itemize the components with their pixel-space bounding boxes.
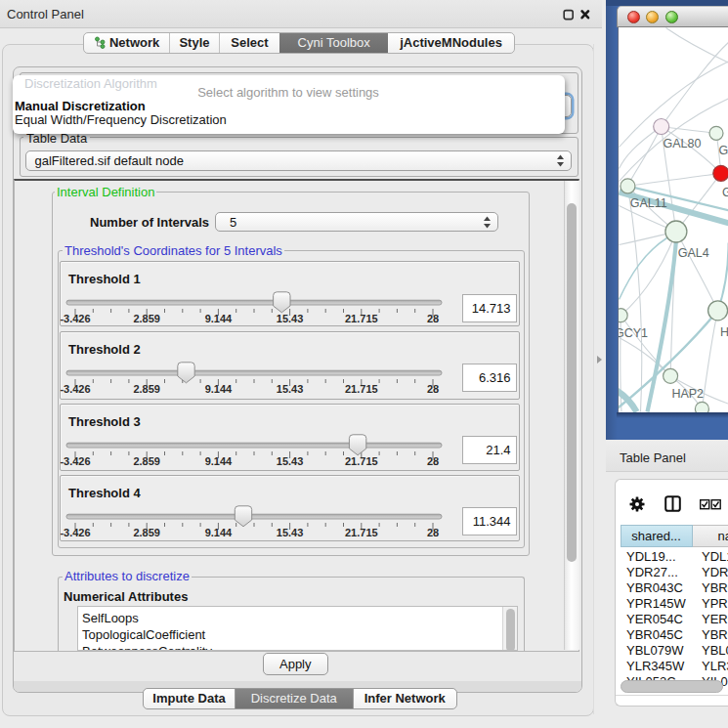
svg-text:2.859: 2.859: [133, 454, 160, 466]
svg-text:GA: GA: [722, 186, 728, 199]
svg-text:28: 28: [427, 313, 439, 324]
svg-text:15.43: 15.43: [277, 382, 304, 394]
svg-text:-3.426: -3.426: [60, 526, 90, 537]
svg-text:GAL11: GAL11: [629, 195, 666, 209]
svg-text:28: 28: [427, 526, 439, 537]
svg-text:GAL80: GAL80: [663, 137, 701, 150]
svg-text:2.859: 2.859: [133, 526, 160, 537]
svg-text:15.43: 15.43: [277, 313, 304, 324]
svg-text:15.43: 15.43: [277, 454, 304, 466]
svg-text:GA: GA: [718, 143, 728, 156]
svg-text:28: 28: [427, 382, 439, 394]
svg-text:9.144: 9.144: [205, 313, 233, 324]
svg-text:-3.426: -3.426: [60, 313, 90, 324]
svg-text:15.43: 15.43: [277, 526, 304, 537]
svg-text:GAL4: GAL4: [677, 245, 708, 259]
svg-text:9.144: 9.144: [205, 382, 233, 394]
svg-text:9.144: 9.144: [205, 454, 233, 466]
svg-text:28: 28: [427, 454, 439, 466]
svg-text:21.715: 21.715: [345, 382, 378, 394]
svg-text:-3.426: -3.426: [60, 382, 90, 394]
svg-text:HIS: HIS: [720, 325, 728, 339]
svg-text:21.715: 21.715: [345, 526, 378, 537]
svg-text:HAP2: HAP2: [671, 387, 704, 401]
svg-text:2.859: 2.859: [133, 313, 160, 324]
svg-text:2.859: 2.859: [133, 382, 160, 394]
svg-text:21.715: 21.715: [345, 454, 378, 466]
svg-text:21.715: 21.715: [345, 313, 378, 324]
svg-text:-3.426: -3.426: [60, 454, 90, 466]
svg-text:GCY1: GCY1: [619, 326, 648, 340]
svg-text:9.144: 9.144: [205, 526, 233, 537]
